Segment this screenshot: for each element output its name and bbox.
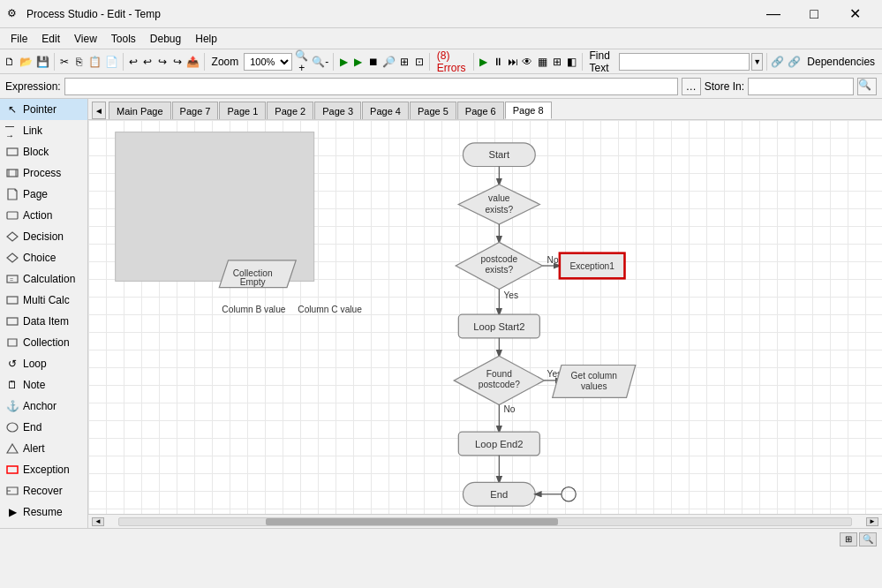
scroll-left-arrow[interactable]: ◄ [92, 517, 104, 526]
zoom-in-button[interactable]: 🔍+ [294, 52, 309, 72]
store-input[interactable] [748, 78, 854, 95]
minimize-button[interactable]: — [753, 0, 794, 28]
sidebar-item-page[interactable]: Page [0, 184, 87, 205]
undo-button[interactable]: ↩ [126, 52, 139, 72]
sidebar-item-dataitem[interactable]: Data Item [0, 311, 87, 332]
debug-step-button[interactable]: ⏭ [506, 52, 519, 72]
open-button[interactable]: 📂 [19, 52, 34, 72]
debug-btn3[interactable]: ◧ [565, 52, 578, 72]
copy-button[interactable]: ⎘ [72, 52, 86, 72]
dep-icon[interactable]: 🔗 [770, 52, 785, 72]
svg-text:exists?: exists? [485, 265, 513, 275]
redo-button[interactable]: ↪ [156, 52, 170, 72]
tab-page8[interactable]: Page 8 [505, 102, 552, 119]
expression-btn[interactable]: … [682, 78, 701, 95]
svg-text:Empty: Empty [240, 278, 267, 288]
menu-tools[interactable]: Tools [104, 29, 143, 49]
tab-main-page[interactable]: Main Page [109, 102, 171, 119]
svg-text:Start: Start [488, 149, 510, 160]
redo2-button[interactable]: ↪ [170, 52, 184, 72]
debug-stop-button[interactable]: ⏸ [492, 52, 505, 72]
undo2-button[interactable]: ↩ [141, 52, 155, 72]
expression-input[interactable] [64, 78, 678, 95]
stop-button[interactable]: ⏹ [366, 52, 380, 72]
sidebar-item-recover[interactable]: Recover [0, 480, 87, 501]
scrollbar-thumb[interactable] [266, 518, 559, 525]
tab-page6[interactable]: Page 6 [457, 102, 504, 119]
tab-page4[interactable]: Page 4 [362, 102, 409, 119]
zoom-out-button[interactable]: 🔍- [311, 52, 329, 72]
status-right-icons: ⊞ 🔍 [840, 532, 877, 547]
sidebar-item-collection[interactable]: Collection [0, 332, 87, 353]
svg-text:Get column: Get column [571, 371, 618, 381]
grid-button[interactable]: ⊞ [398, 52, 411, 72]
debug-grid-button[interactable]: ▦ [536, 52, 549, 72]
sidebar-item-alert[interactable]: Alert [0, 438, 87, 459]
status-grid-icon[interactable]: ⊞ [840, 532, 857, 547]
sidebar-item-end[interactable]: End [0, 417, 87, 438]
find-button[interactable]: 🔎 [381, 52, 396, 72]
tab-scroll-left[interactable]: ◄ [92, 102, 106, 119]
sidebar-item-loop[interactable]: ↺ Loop [0, 353, 87, 374]
store-btn[interactable]: 🔍 [857, 78, 877, 95]
debug-watch-button[interactable]: 👁 [521, 52, 534, 72]
maximize-button[interactable]: □ [794, 0, 834, 28]
tab-page2[interactable]: Page 2 [267, 102, 313, 119]
cut-button[interactable]: ✂ [57, 52, 71, 72]
run2-button[interactable]: ▶ [352, 52, 366, 72]
menu-help[interactable]: Help [188, 29, 224, 49]
publish-button[interactable]: 📤 [185, 52, 200, 72]
recover-icon [5, 484, 19, 498]
debug-run-button[interactable]: ▶ [477, 52, 490, 72]
dep-icon2[interactable]: 🔗 [787, 52, 802, 72]
scroll-right-arrow[interactable]: ► [866, 517, 878, 526]
sidebar-item-calculation[interactable]: = Calculation [0, 268, 87, 290]
sidebar-item-action[interactable]: Action [0, 205, 87, 226]
sidebar-label-calculation: Calculation [23, 273, 75, 285]
find-dropdown[interactable]: ▼ [751, 53, 762, 71]
paste2-button[interactable]: 📄 [104, 52, 119, 72]
sidebar-item-decision[interactable]: Decision [0, 226, 87, 247]
svg-text:values: values [581, 381, 607, 391]
close-button[interactable]: ✕ [834, 0, 875, 28]
sidebar-item-choice[interactable]: Choice [0, 247, 87, 268]
sidebar-label-decision: Decision [23, 230, 64, 243]
paste-button[interactable]: 📋 [87, 52, 102, 72]
sidebar-item-exception[interactable]: Exception [0, 459, 87, 480]
scrollbar-horizontal[interactable]: ◄ ► [88, 514, 882, 528]
scrollbar-track[interactable] [118, 517, 852, 526]
loop-icon: ↺ [5, 357, 19, 371]
flowchart-svg: Collection Empty Column B value Column C… [88, 120, 882, 514]
menu-edit[interactable]: Edit [34, 29, 67, 49]
svg-text:postcode: postcode [481, 254, 518, 264]
sidebar-label-block: Block [23, 146, 49, 158]
sidebar-item-anchor[interactable]: ⚓ Anchor [0, 396, 87, 417]
tab-page3[interactable]: Page 3 [314, 102, 361, 119]
sidebar-item-process[interactable]: Process [0, 162, 87, 184]
run-button[interactable]: ▶ [337, 52, 351, 72]
sidebar-item-pointer[interactable]: ↖ Pointer [0, 99, 87, 120]
canvas-scroll[interactable]: Collection Empty Column B value Column C… [88, 120, 882, 514]
save-button[interactable]: 💾 [35, 52, 50, 72]
svg-text:Found: Found [486, 369, 512, 379]
toolbar-1: 🗋 📂 💾 ✂ ⎘ 📋 📄 ↩ ↩ ↪ ↪ 📤 Zoom 100% 75% 15… [0, 49, 882, 74]
debug-btn2[interactable]: ⊞ [551, 52, 564, 72]
sidebar-item-multicalc[interactable]: Multi Calc [0, 290, 87, 311]
sidebar-item-link[interactable]: —→ Link [0, 120, 87, 141]
status-zoom-icon[interactable]: 🔍 [859, 532, 877, 547]
grid2-button[interactable]: ⊡ [413, 52, 426, 72]
sidebar-item-block[interactable]: Block [0, 141, 87, 162]
menu-view[interactable]: View [67, 29, 104, 49]
sidebar-item-note[interactable]: 🗒 Note [0, 374, 87, 396]
action-icon [5, 208, 19, 222]
sidebar-label-alert: Alert [23, 442, 45, 455]
new-button[interactable]: 🗋 [4, 52, 17, 72]
zoom-select[interactable]: 100% 75% 150% [244, 53, 292, 71]
menu-file[interactable]: File [4, 29, 34, 49]
tab-page1[interactable]: Page 1 [219, 102, 266, 119]
tab-page5[interactable]: Page 5 [410, 102, 456, 119]
find-text-input[interactable] [619, 53, 750, 71]
tab-page7[interactable]: Page 7 [172, 102, 219, 119]
menu-debug[interactable]: Debug [143, 29, 188, 49]
sidebar-item-resume[interactable]: ▶ Resume [0, 501, 87, 523]
